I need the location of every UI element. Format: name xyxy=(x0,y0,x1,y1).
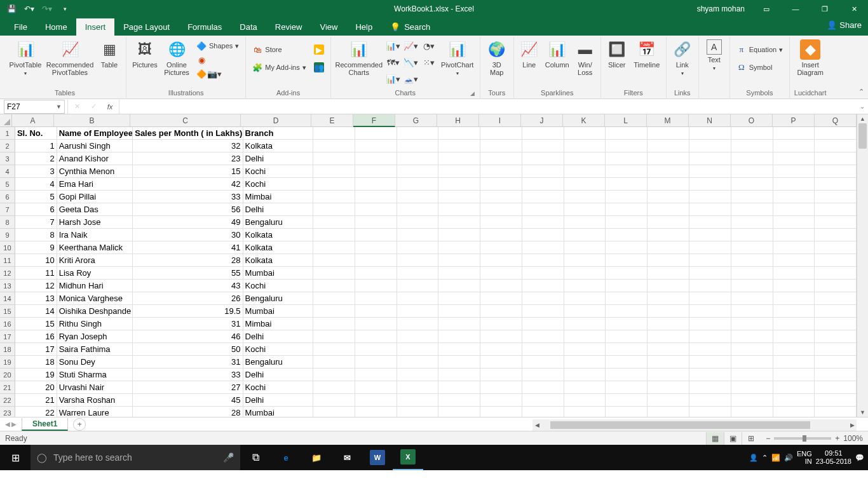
close-button[interactable]: ✕ xyxy=(840,0,868,18)
surface-chart-button[interactable]: 🗻▾ xyxy=(403,72,419,85)
cell[interactable] xyxy=(815,229,857,241)
cell[interactable] xyxy=(731,394,773,407)
cell[interactable] xyxy=(522,140,564,152)
cell[interactable] xyxy=(731,203,773,216)
cell[interactable] xyxy=(522,127,564,140)
icons-button[interactable]: ◉ xyxy=(194,53,241,66)
cell[interactable]: Mumbai xyxy=(243,305,314,318)
cell[interactable]: 4 xyxy=(15,178,57,191)
cell[interactable] xyxy=(438,267,480,280)
cell[interactable] xyxy=(648,330,689,343)
cancel-formula-icon[interactable]: ✕ xyxy=(71,102,83,111)
row-header[interactable]: 9 xyxy=(0,229,15,241)
cell[interactable] xyxy=(522,330,564,343)
column-header[interactable]: C xyxy=(130,114,241,127)
cell[interactable]: Kochi xyxy=(243,165,314,178)
tab-data[interactable]: Data xyxy=(231,18,266,36)
cell[interactable] xyxy=(689,381,731,394)
cell[interactable] xyxy=(648,229,689,241)
cell[interactable] xyxy=(397,191,439,203)
tray-chevron-icon[interactable]: ⌃ xyxy=(762,454,768,462)
cell[interactable] xyxy=(355,165,397,178)
cell[interactable]: 49 xyxy=(133,216,243,229)
cell[interactable] xyxy=(731,356,773,369)
cell[interactable] xyxy=(438,369,480,381)
cell[interactable] xyxy=(313,381,355,394)
row-header[interactable]: 22 xyxy=(0,394,15,407)
cell[interactable] xyxy=(480,216,522,229)
cell[interactable] xyxy=(480,152,522,165)
scroll-thumb[interactable] xyxy=(858,123,867,149)
cell[interactable] xyxy=(480,165,522,178)
cell[interactable] xyxy=(606,369,648,381)
cell[interactable] xyxy=(815,127,857,140)
cell[interactable] xyxy=(689,127,731,140)
cell[interactable] xyxy=(313,280,355,292)
cell[interactable] xyxy=(480,305,522,318)
cell[interactable] xyxy=(355,203,397,216)
cell[interactable] xyxy=(355,318,397,330)
cell[interactable] xyxy=(773,152,815,165)
cell[interactable]: 23 xyxy=(133,152,243,165)
cell[interactable]: Delhi xyxy=(243,330,314,343)
scroll-down-icon[interactable]: ▼ xyxy=(857,408,868,417)
hierarchy-chart-button[interactable]: 🗺▾ xyxy=(386,56,401,69)
cell[interactable]: Cynthia Menon xyxy=(57,165,133,178)
cell[interactable] xyxy=(731,254,773,267)
cell[interactable]: 28 xyxy=(133,407,243,417)
cell[interactable] xyxy=(773,394,815,407)
cell[interactable] xyxy=(815,381,857,394)
cell[interactable] xyxy=(522,229,564,241)
row-header[interactable]: 4 xyxy=(0,165,15,178)
cell[interactable] xyxy=(564,292,606,305)
cell[interactable] xyxy=(480,407,522,417)
cell[interactable] xyxy=(648,216,689,229)
cell[interactable]: 32 xyxy=(133,140,243,152)
online-pictures-button[interactable]: 🌐Online Pictures xyxy=(162,39,191,76)
tab-view[interactable]: View xyxy=(311,18,346,36)
cell[interactable] xyxy=(815,165,857,178)
cell[interactable] xyxy=(480,267,522,280)
column-header[interactable]: E xyxy=(311,114,353,127)
cell[interactable] xyxy=(313,191,355,203)
cell[interactable] xyxy=(648,191,689,203)
cell[interactable]: 56 xyxy=(133,203,243,216)
cell[interactable]: 31 xyxy=(133,318,243,330)
cell[interactable] xyxy=(815,305,857,318)
cell[interactable] xyxy=(648,292,689,305)
cell[interactable] xyxy=(815,356,857,369)
cell[interactable] xyxy=(564,140,606,152)
cell[interactable] xyxy=(648,165,689,178)
cell[interactable] xyxy=(606,407,648,417)
file-explorer-button[interactable]: 📁 xyxy=(301,445,332,470)
cell[interactable]: 2 xyxy=(15,152,57,165)
cell[interactable] xyxy=(689,280,731,292)
recommended-pivottables-button[interactable]: 📈Recommended PivotTables xyxy=(46,39,94,76)
cell[interactable] xyxy=(438,292,480,305)
cell[interactable] xyxy=(731,369,773,381)
cell[interactable] xyxy=(731,280,773,292)
cell[interactable] xyxy=(731,305,773,318)
column-header[interactable]: J xyxy=(521,114,563,127)
cell[interactable] xyxy=(773,229,815,241)
cell[interactable] xyxy=(731,330,773,343)
cell[interactable] xyxy=(689,140,731,152)
cell[interactable] xyxy=(397,356,439,369)
cell[interactable] xyxy=(397,140,439,152)
cell[interactable] xyxy=(438,330,480,343)
cell[interactable] xyxy=(564,381,606,394)
column-header[interactable]: G xyxy=(395,114,437,127)
cell[interactable]: Bengaluru xyxy=(243,292,314,305)
cell[interactable] xyxy=(773,203,815,216)
cell[interactable] xyxy=(648,394,689,407)
cell[interactable]: Midhun Hari xyxy=(57,280,133,292)
tab-insert[interactable]: Insert xyxy=(76,18,115,36)
cell[interactable] xyxy=(522,280,564,292)
cell[interactable] xyxy=(480,178,522,191)
cell[interactable] xyxy=(731,381,773,394)
cell[interactable] xyxy=(689,318,731,330)
cell[interactable] xyxy=(522,216,564,229)
cell[interactable]: 22 xyxy=(15,407,57,417)
cell[interactable]: Monica Varghese xyxy=(57,292,133,305)
cell[interactable] xyxy=(480,140,522,152)
